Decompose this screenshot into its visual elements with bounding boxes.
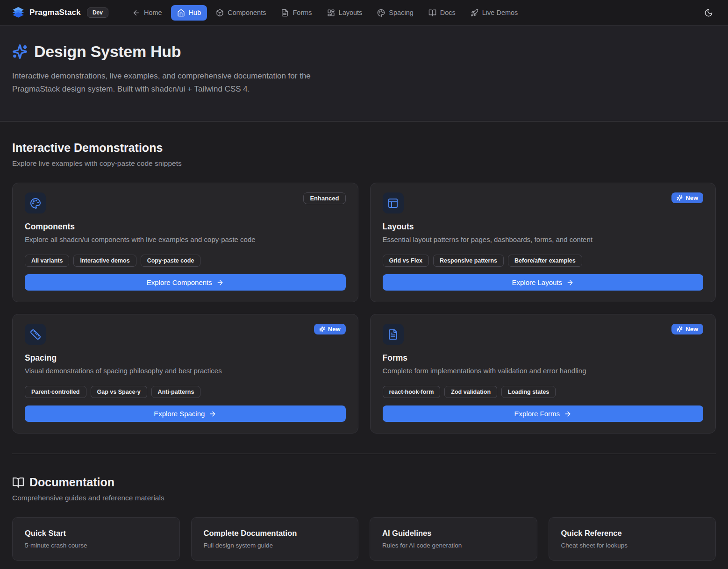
card-title: Spacing: [25, 353, 346, 363]
tag-list: All variants Interactive demos Copy-past…: [25, 255, 346, 267]
card-description: Essential layout patterns for pages, das…: [383, 235, 704, 243]
file-text-icon: [383, 324, 404, 345]
doc-card-description: 5-minute crash course: [25, 542, 167, 549]
tag: Zod validation: [444, 386, 497, 398]
doc-card-title: Complete Documentation: [204, 529, 346, 538]
demo-card-layouts: New Layouts Essential layout patterns fo…: [370, 183, 716, 302]
tag: Parent-controlled: [25, 386, 86, 398]
docs-subheading: Comprehensive guides and reference mater…: [12, 494, 716, 502]
tag: react-hook-form: [383, 386, 441, 398]
arrow-right-icon: [564, 410, 571, 418]
tag: Responsive patterns: [433, 255, 504, 267]
tag: Loading states: [501, 386, 556, 398]
sparkles-icon: [12, 44, 28, 59]
nav-item-forms[interactable]: Forms: [275, 5, 318, 21]
enhanced-badge: Enhanced: [303, 192, 345, 204]
explore-spacing-button[interactable]: Explore Spacing: [25, 405, 346, 422]
tag: Before/after examples: [508, 255, 582, 267]
navbar: PragmaStack Dev Home Hub Components Form…: [0, 0, 728, 26]
card-title: Forms: [383, 353, 704, 363]
explore-forms-button[interactable]: Explore Forms: [383, 405, 704, 422]
doc-card-complete-documentation[interactable]: Complete Documentation Full design syste…: [191, 517, 359, 561]
palette-icon: [25, 192, 46, 213]
sparkles-icon: [677, 195, 683, 201]
docs-heading: Documentation: [12, 476, 716, 489]
tag: Gap vs Space-y: [91, 386, 147, 398]
doc-card-description: Rules for AI code generation: [382, 542, 525, 549]
page-title: Design System Hub: [34, 43, 181, 61]
moon-icon: [704, 8, 713, 17]
nav-item-layouts[interactable]: Layouts: [321, 5, 369, 21]
tag: Grid vs Flex: [383, 255, 429, 267]
nav-item-live-demos[interactable]: Live Demos: [464, 5, 524, 21]
card-description: Explore all shadcn/ui components with li…: [25, 235, 346, 243]
demo-card-grid: Enhanced Components Explore all shadcn/u…: [12, 183, 716, 434]
box-icon: [216, 9, 224, 17]
brand-name: PragmaStack: [29, 8, 81, 17]
doc-card-title: Quick Start: [25, 529, 167, 538]
docs-section: Documentation Comprehensive guides and r…: [12, 454, 716, 561]
page-subtitle: Interactive demonstrations, live example…: [12, 70, 360, 96]
main-content: Interactive Demonstrations Explore live …: [0, 121, 728, 561]
demos-section: Interactive Demonstrations Explore live …: [12, 121, 716, 434]
demo-card-components: Enhanced Components Explore all shadcn/u…: [12, 183, 358, 302]
demos-heading: Interactive Demonstrations: [12, 141, 716, 155]
doc-card-description: Cheat sheet for lookups: [561, 542, 704, 549]
nav-item-docs[interactable]: Docs: [422, 5, 462, 21]
demos-subheading: Explore live examples with copy-paste co…: [12, 159, 716, 168]
sparkles-icon: [319, 326, 325, 332]
arrow-right-icon: [216, 279, 224, 286]
card-title: Components: [25, 222, 346, 232]
theme-toggle-button[interactable]: [701, 6, 716, 20]
arrow-right-icon: [566, 279, 574, 286]
doc-card-title: AI Guidelines: [382, 529, 525, 538]
palette-icon: [377, 9, 385, 17]
book-open-icon: [12, 477, 24, 489]
env-badge: Dev: [87, 7, 108, 18]
nav-item-hub[interactable]: Hub: [171, 5, 207, 21]
card-description: Complete form implementations with valid…: [383, 367, 704, 375]
tag-list: react-hook-form Zod validation Loading s…: [383, 386, 704, 398]
new-badge: New: [314, 324, 346, 334]
card-description: Visual demonstrations of spacing philoso…: [25, 367, 346, 375]
arrow-left-icon: [132, 9, 140, 17]
doc-card-description: Full design system guide: [204, 542, 346, 549]
doc-card-ai-guidelines[interactable]: AI Guidelines Rules for AI code generati…: [370, 517, 537, 561]
tag-list: Grid vs Flex Responsive patterns Before/…: [383, 255, 704, 267]
tag: Interactive demos: [73, 255, 136, 267]
explore-layouts-button[interactable]: Explore Layouts: [383, 274, 704, 291]
doc-card-grid: Quick Start 5-minute crash course Comple…: [12, 517, 716, 561]
tag: Anti-patterns: [151, 386, 201, 398]
ruler-icon: [25, 324, 46, 345]
nav-item-home[interactable]: Home: [126, 5, 168, 21]
card-title: Layouts: [383, 222, 704, 232]
tag-list: Parent-controlled Gap vs Space-y Anti-pa…: [25, 386, 346, 398]
demo-card-spacing: New Spacing Visual demonstrations of spa…: [12, 314, 358, 434]
book-open-icon: [428, 9, 436, 17]
doc-card-quick-start[interactable]: Quick Start 5-minute crash course: [12, 517, 180, 561]
layers-logo-icon: [12, 7, 24, 19]
doc-card-quick-reference[interactable]: Quick Reference Cheat sheet for lookups: [549, 517, 716, 561]
new-badge: New: [671, 192, 703, 203]
arrow-right-icon: [209, 410, 216, 418]
nav-item-components[interactable]: Components: [210, 5, 272, 21]
main-nav: Home Hub Components Forms Layouts Spacin…: [126, 5, 524, 21]
nav-item-spacing[interactable]: Spacing: [371, 5, 419, 21]
layout-dashboard-icon: [327, 9, 335, 17]
explore-components-button[interactable]: Explore Components: [25, 274, 346, 291]
tag: All variants: [25, 255, 69, 267]
brand[interactable]: PragmaStack Dev: [12, 7, 108, 19]
panels-top-left-icon: [383, 192, 404, 213]
rocket-icon: [471, 9, 478, 17]
new-badge: New: [671, 324, 703, 334]
file-text-icon: [281, 9, 289, 17]
sparkles-icon: [677, 326, 683, 332]
tag: Copy-paste code: [141, 255, 201, 267]
hero-section: Design System Hub Interactive demonstrat…: [0, 26, 728, 121]
home-icon: [177, 9, 185, 17]
doc-card-title: Quick Reference: [561, 529, 704, 538]
demo-card-forms: New Forms Complete form implementations …: [370, 314, 716, 434]
